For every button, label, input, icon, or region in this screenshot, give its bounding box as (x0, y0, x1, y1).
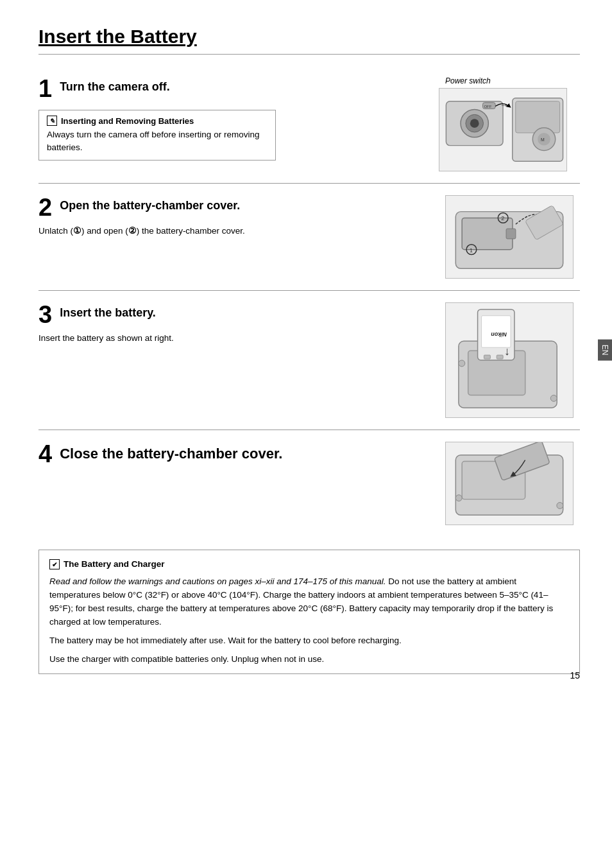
step-4-number: 4 (38, 442, 52, 466)
svg-text:1: 1 (470, 247, 473, 254)
step-2-body: Unlatch (①) and open (②) the battery-cha… (38, 225, 426, 238)
step-1-number: 1 (38, 76, 52, 101)
check-icon: ✔ (49, 559, 60, 569)
step-2-section: 2 Open the battery-chamber cover. Unlatc… (38, 184, 580, 291)
pencil-icon: ✎ (47, 116, 57, 126)
step-3-left: 3 Insert the battery. Insert the battery… (38, 302, 439, 418)
step-2-number: 2 (38, 195, 52, 220)
page-tab-label: EN (600, 345, 609, 356)
svg-rect-8 (516, 101, 560, 133)
step-1-right: Power switch OFF → (439, 76, 580, 171)
svg-point-29 (550, 395, 557, 401)
step-3-right: Nikon ↓ (439, 302, 580, 418)
step-1-section: 1 Turn the camera off. ✎ Inserting and R… (38, 65, 580, 184)
svg-text:↓: ↓ (504, 345, 510, 358)
svg-rect-14 (506, 229, 516, 239)
svg-point-34 (557, 503, 563, 509)
step-2-left: 2 Open the battery-chamber cover. Unlatc… (38, 195, 439, 279)
step-3-heading: Insert the battery. (60, 302, 156, 320)
step-4-section: 4 Close the battery-chamber cover. (38, 430, 580, 537)
step-3-illustration: Nikon ↓ (445, 302, 574, 418)
step-1-heading: Turn the camera off. (60, 76, 170, 94)
svg-text:OFF: OFF (484, 105, 491, 108)
step-1-note-text: Always turn the camera off before insert… (47, 128, 268, 155)
svg-text:Nikon: Nikon (491, 331, 507, 337)
bottom-note-box: ✔ The Battery and Charger Read and follo… (38, 550, 580, 674)
step-4-left: 4 Close the battery-chamber cover. (38, 442, 439, 525)
step-3-section: 3 Insert the battery. Insert the battery… (38, 291, 580, 430)
bottom-note-heading: The Battery and Charger (64, 558, 165, 571)
step-4-heading: Close the battery-chamber cover. (60, 442, 282, 462)
bottom-note-p3: Use the charger with compatible batterie… (49, 653, 569, 666)
svg-point-33 (455, 495, 462, 501)
svg-rect-25 (484, 355, 490, 359)
step-1-note-title: ✎ Inserting and Removing Batteries (47, 116, 268, 126)
page-tab: EN (598, 340, 612, 361)
step-3-body: Insert the battery as shown at right. (38, 332, 426, 345)
step-4-illustration (445, 442, 574, 525)
bottom-note-p2: The battery may be hot immediately after… (49, 634, 569, 648)
page-number: 15 (570, 670, 580, 681)
step-1-note-box: ✎ Inserting and Removing Batteries Alway… (38, 110, 276, 161)
step-1-illustration: OFF → M (439, 88, 567, 171)
page-title: Insert the Battery (38, 26, 580, 55)
step-4-right (439, 442, 580, 525)
step-1-left: 1 Turn the camera off. ✎ Inserting and R… (38, 76, 439, 171)
step-2-illustration: 1 2 (445, 195, 574, 279)
bottom-note-title: ✔ The Battery and Charger (49, 558, 569, 571)
step-3-number: 3 (38, 302, 52, 327)
power-switch-label: Power switch (445, 76, 491, 85)
bottom-note-p1: Read and follow the warnings and caution… (49, 575, 569, 629)
svg-text:2: 2 (501, 215, 504, 221)
svg-point-3 (470, 119, 479, 128)
svg-rect-26 (497, 355, 503, 359)
step-2-heading: Open the battery-chamber cover. (60, 195, 240, 213)
svg-point-28 (459, 360, 465, 367)
step-2-right: 1 2 (439, 195, 580, 279)
svg-text:M: M (541, 137, 545, 142)
